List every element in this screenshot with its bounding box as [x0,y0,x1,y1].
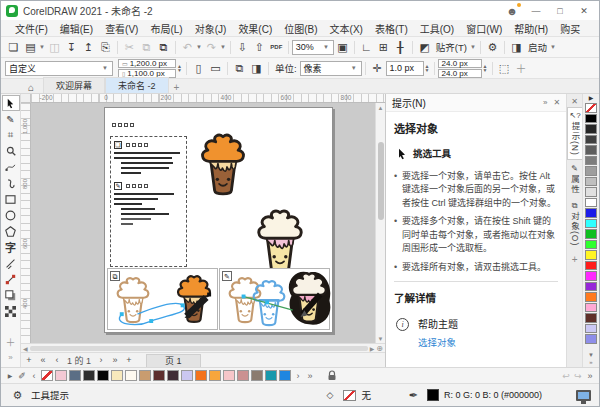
menu-item-text[interactable]: 文本(X) [324,20,369,37]
add-docker-icon[interactable]: + [572,254,578,265]
nudge-distance-field[interactable]: 1.0 px [386,61,424,76]
docker-tab-objects[interactable]: ⧉对象(O) [567,198,582,249]
color-swatch[interactable] [585,177,597,187]
palette-flyout-icon[interactable]: ▶ [589,95,594,102]
color-swatch[interactable] [585,324,597,334]
menu-item-file[interactable]: 文件(F) [9,20,54,37]
drop-shadow-tool[interactable] [2,287,20,303]
rulers-toggle-icon[interactable]: ∟ [358,39,375,56]
snap-dropdown[interactable]: 贴齐(T) [436,40,467,54]
menu-item-view[interactable]: 查看(V) [99,20,144,37]
status-gear-icon[interactable]: ⚙ [9,387,26,404]
menu-item-tools[interactable]: 工具(O) [414,20,460,37]
color-swatch[interactable] [585,219,597,229]
menu-item-window[interactable]: 窗口(W) [460,20,508,37]
color-swatch[interactable] [585,250,597,260]
print-icon[interactable]: ⎘ [97,39,114,56]
color-swatch[interactable] [585,240,597,250]
menu-item-help[interactable]: 帮助(H) [508,20,554,37]
page-size-steppers[interactable]: ▲▼ [176,64,183,72]
next-page-icon[interactable]: › [96,355,106,365]
ruler-origin-button[interactable] [21,94,31,103]
menu-item-table[interactable]: 表格(T) [369,20,414,37]
doc-palette-more-icon[interactable]: » [305,371,315,381]
color-swatch[interactable] [585,303,597,313]
document-color-settings-icon[interactable] [576,390,591,401]
sample-panel-trace[interactable]: ✎ [219,268,330,330]
launch-dropdown[interactable]: 启动 [528,40,547,54]
doc-palette-scroll-left-icon[interactable]: ‹ [29,371,39,381]
guidelines-toggle-icon[interactable]: ╂ [392,39,409,56]
rectangle-tool[interactable] [2,191,20,207]
color-swatch[interactable] [585,334,597,344]
instructions-text-frame[interactable]: ❏ ✎ [110,136,187,267]
color-swatch[interactable] [585,292,597,302]
save-icon[interactable]: ◫ [46,39,63,56]
drawing-page[interactable]: ❏ ✎ [104,107,333,333]
artistic-media-tool[interactable] [2,175,20,191]
all-pages-icon[interactable]: ⧉ [231,60,248,77]
undo-caret-icon[interactable]: ▼ [196,44,202,50]
doc-color-swatch[interactable] [251,370,263,381]
polygon-tool[interactable] [2,223,20,239]
copy-icon[interactable]: ⧉ [138,39,155,56]
cloud-download-icon[interactable]: ↧ [63,39,80,56]
redo-icon[interactable]: ↷ [203,39,220,56]
treat-as-filled-icon[interactable]: ⬚ [496,60,513,77]
docker-tab-hints[interactable]: ↖?提示(N) [567,107,582,160]
home-icon[interactable]: ⌂ [23,82,39,93]
doc-color-swatch[interactable] [153,370,165,381]
cloud-upload-icon[interactable]: ↥ [80,39,97,56]
docker-collapse-icon[interactable]: » [543,98,547,107]
add-page-after-icon[interactable]: + [124,355,134,365]
grid-toggle-icon[interactable]: ⊞ [375,39,392,56]
tab-untitled-2[interactable]: 未命名 -2 [105,77,169,93]
snap-caret-icon[interactable]: ▼ [470,44,476,50]
menu-item-bitmaps[interactable]: 位图(B) [278,20,323,37]
menu-item-effects[interactable]: 效果(C) [232,20,278,37]
dimension-tool[interactable] [2,255,20,271]
last-page-icon[interactable]: » [110,355,120,365]
doc-palette-scroll-right-icon[interactable]: › [293,371,303,381]
docker-close-icon[interactable]: ✕ [553,98,560,107]
fill-none-swatch[interactable] [343,390,356,401]
duplicate-x-field[interactable]: 24.0 px [438,59,482,68]
paste-icon[interactable]: ⧉ [155,39,172,56]
color-swatch[interactable] [585,198,597,208]
outline-color-swatch[interactable] [427,389,439,401]
duplicate-steppers[interactable]: ▲▼ [482,64,489,72]
landscape-orientation-icon[interactable]: ▭ [207,60,224,77]
back-icon[interactable]: ↩ [561,371,571,381]
color-swatch[interactable] [585,229,597,239]
doc-color-swatch[interactable] [125,370,137,381]
first-page-icon[interactable]: « [38,355,48,365]
menu-item-layout[interactable]: 布局(L) [144,20,188,37]
publish-pdf-icon[interactable]: PDF [268,39,285,56]
toolbox-overflow-icon[interactable]: » [2,349,20,365]
scroll-down-icon[interactable]: ▼ [378,334,384,343]
outline-pen-icon[interactable]: ✒ [405,387,422,404]
doc-color-swatch[interactable] [181,370,193,381]
color-swatch[interactable] [585,135,597,145]
forward-icon[interactable]: ↪ [573,371,583,381]
color-swatch-none[interactable] [585,103,597,113]
page-size-preset-select[interactable]: 自定义▼ [5,61,113,76]
eyedropper-icon[interactable]: ✐ [17,371,27,381]
doc-color-swatch[interactable] [195,370,207,381]
vertical-scroll-thumb[interactable] [378,142,384,220]
doc-color-swatch[interactable] [97,370,109,381]
previous-page-icon[interactable]: ‹ [52,355,62,365]
doc-color-swatch[interactable] [83,370,95,381]
cut-icon[interactable]: ✂ [121,39,138,56]
palette-expand-icon[interactable]: » [589,359,592,366]
palette-scroll-down-icon[interactable]: ▼ [588,352,594,359]
doc-color-swatch[interactable] [69,370,81,381]
text-tool[interactable]: 字 [2,239,20,255]
open-icon[interactable]: ▤ [22,39,39,56]
menu-item-edit[interactable]: 编辑(E) [54,20,99,37]
connector-tool[interactable] [2,271,20,287]
doc-color-swatch[interactable] [237,370,249,381]
select-objects-link[interactable]: 选择对象 [418,336,558,350]
new-document-icon[interactable]: ❏ [5,39,22,56]
shape-tool[interactable]: ✎ [2,111,20,127]
